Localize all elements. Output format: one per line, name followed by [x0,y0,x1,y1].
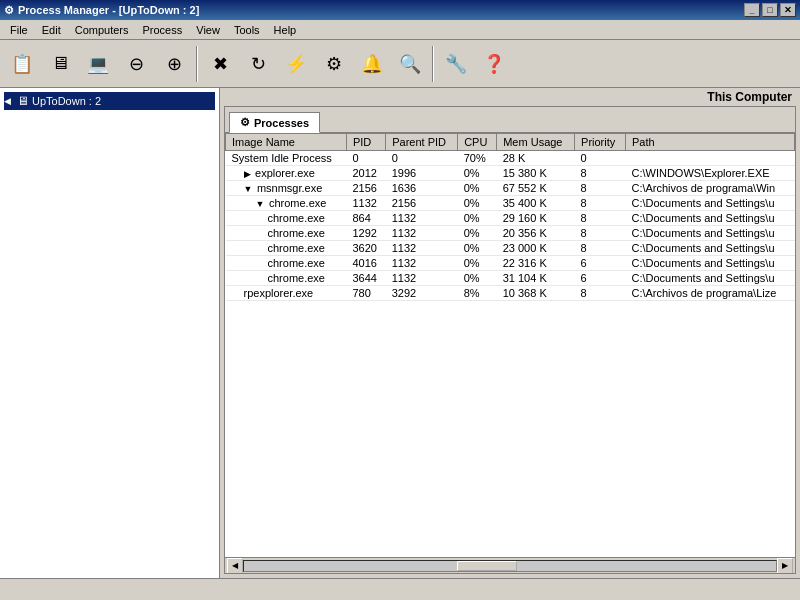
tree-item-uptodown[interactable]: ◀ 🖥 UpToDown : 2 [4,92,215,110]
maximize-button[interactable]: □ [762,3,778,17]
table-row[interactable]: System Idle Process0070%28 K0 [226,151,795,166]
cell-0-row-7: 4016 [346,256,385,271]
cell-4-row-0: 0 [575,151,626,166]
col-image-name[interactable]: Image Name [226,134,347,151]
cell-4-row-5: 8 [575,226,626,241]
table-row[interactable]: chrome.exe401611320%22 316 K6C:\Document… [226,256,795,271]
table-row[interactable]: chrome.exe86411320%29 160 K8C:\Documents… [226,211,795,226]
title-bar-controls: _ □ ✕ [744,3,796,17]
toolbar-btn-7[interactable]: ↻ [240,46,276,82]
toolbar-btn-10[interactable]: 🔔 [354,46,390,82]
cell-5-row-9: C:\Archivos de programa\Lize [625,286,794,301]
cell-0-row-9: 780 [346,286,385,301]
table-row[interactable]: chrome.exe362011320%23 000 K8C:\Document… [226,241,795,256]
right-panel-header: This Computer [220,88,800,106]
toolbar-btn-11[interactable]: 🔍 [392,46,428,82]
cell-1-row-0: 0 [386,151,458,166]
toolbar-btn-13[interactable]: 🔧 [438,46,474,82]
horizontal-scrollbar[interactable]: ◀ ▶ [225,557,795,573]
cell-4-row-6: 8 [575,241,626,256]
tree-expander: ◀ [4,96,14,106]
col-priority[interactable]: Priority [575,134,626,151]
processes-table: Image Name PID Parent PID CPU Mem Usage … [225,133,795,301]
cell-1-row-6: 1132 [386,241,458,256]
cell-2-row-7: 0% [458,256,497,271]
toolbar-btn-8[interactable]: ⚡ [278,46,314,82]
cell-2-row-6: 0% [458,241,497,256]
close-button[interactable]: ✕ [780,3,796,17]
cell-5-row-5: C:\Documents and Settings\u [625,226,794,241]
col-pid[interactable]: PID [346,134,385,151]
expand-arrow-3[interactable]: ▼ [256,199,267,209]
cell-5-row-1: C:\WINDOWS\Explorer.EXE [625,166,794,181]
process-table[interactable]: Image Name PID Parent PID CPU Mem Usage … [225,133,795,557]
scroll-thumb[interactable] [457,561,517,571]
menu-item-edit[interactable]: Edit [36,22,67,38]
scroll-track[interactable] [243,560,777,572]
toolbar-btn-6[interactable]: ✖ [202,46,238,82]
cell-3-row-3: 35 400 K [497,196,575,211]
toolbar-btn-4[interactable]: ⊕ [156,46,192,82]
col-parent-pid[interactable]: Parent PID [386,134,458,151]
toolbar-btn-2[interactable]: 💻 [80,46,116,82]
menu-item-tools[interactable]: Tools [228,22,266,38]
toolbar-btn-1[interactable]: 🖥 [42,46,78,82]
minimize-button[interactable]: _ [744,3,760,17]
cell-4-row-3: 8 [575,196,626,211]
cell-5-row-0 [625,151,794,166]
cell-1-row-9: 3292 [386,286,458,301]
process-name-5: chrome.exe [226,226,347,241]
process-name-6: chrome.exe [226,241,347,256]
menu-item-file[interactable]: File [4,22,34,38]
table-row[interactable]: rpexplorer.exe78032928%10 368 K8C:\Archi… [226,286,795,301]
scroll-right-button[interactable]: ▶ [777,558,793,574]
table-row[interactable]: chrome.exe129211320%20 356 K8C:\Document… [226,226,795,241]
menu-bar: FileEditComputersProcessViewToolsHelp [0,20,800,40]
menu-item-help[interactable]: Help [268,22,303,38]
toolbar-btn-14[interactable]: ❓ [476,46,512,82]
cell-2-row-8: 0% [458,271,497,286]
table-row[interactable]: ▼ msnmsgr.exe215616360%67 552 K8C:\Archi… [226,181,795,196]
toolbar-btn-3[interactable]: ⊖ [118,46,154,82]
cell-5-row-3: C:\Documents and Settings\u [625,196,794,211]
cell-2-row-1: 0% [458,166,497,181]
process-name-0: System Idle Process [226,151,347,166]
scroll-left-button[interactable]: ◀ [227,558,243,574]
cell-4-row-8: 6 [575,271,626,286]
cell-1-row-8: 1132 [386,271,458,286]
cell-1-row-3: 2156 [386,196,458,211]
cell-4-row-1: 8 [575,166,626,181]
col-path[interactable]: Path [625,134,794,151]
cell-2-row-4: 0% [458,211,497,226]
toolbar-btn-0[interactable]: 📋 [4,46,40,82]
cell-0-row-1: 2012 [346,166,385,181]
right-panel-title: This Computer [707,90,792,104]
main-area: ◀ 🖥 UpToDown : 2 This Computer ⚙ Process… [0,88,800,578]
cell-3-row-4: 29 160 K [497,211,575,226]
processes-tab-icon: ⚙ [240,116,250,129]
tab-processes[interactable]: ⚙ Processes [229,112,320,133]
tab-area: ⚙ Processes Image Name PID Parent PID CP… [224,106,796,574]
table-row[interactable]: chrome.exe364411320%31 104 K6C:\Document… [226,271,795,286]
cell-4-row-2: 8 [575,181,626,196]
menu-item-view[interactable]: View [190,22,226,38]
process-name-3: ▼ chrome.exe [226,196,347,211]
cell-0-row-4: 864 [346,211,385,226]
table-row[interactable]: ▼ chrome.exe113221560%35 400 K8C:\Docume… [226,196,795,211]
toolbar-btn-9[interactable]: ⚙ [316,46,352,82]
cell-2-row-5: 0% [458,226,497,241]
cell-1-row-5: 1132 [386,226,458,241]
tabs-container: ⚙ Processes [225,107,795,133]
expand-arrow-2[interactable]: ▼ [244,184,255,194]
table-row[interactable]: ▶ explorer.exe201219960%15 380 K8C:\WIND… [226,166,795,181]
table-header-row: Image Name PID Parent PID CPU Mem Usage … [226,134,795,151]
cell-1-row-2: 1636 [386,181,458,196]
expand-arrow-1[interactable]: ▶ [244,169,254,179]
menu-item-process[interactable]: Process [137,22,189,38]
cell-3-row-0: 28 K [497,151,575,166]
col-mem-usage[interactable]: Mem Usage [497,134,575,151]
right-panel: This Computer ⚙ Processes Image Name PID [220,88,800,578]
col-cpu[interactable]: CPU [458,134,497,151]
cell-0-row-2: 2156 [346,181,385,196]
menu-item-computers[interactable]: Computers [69,22,135,38]
